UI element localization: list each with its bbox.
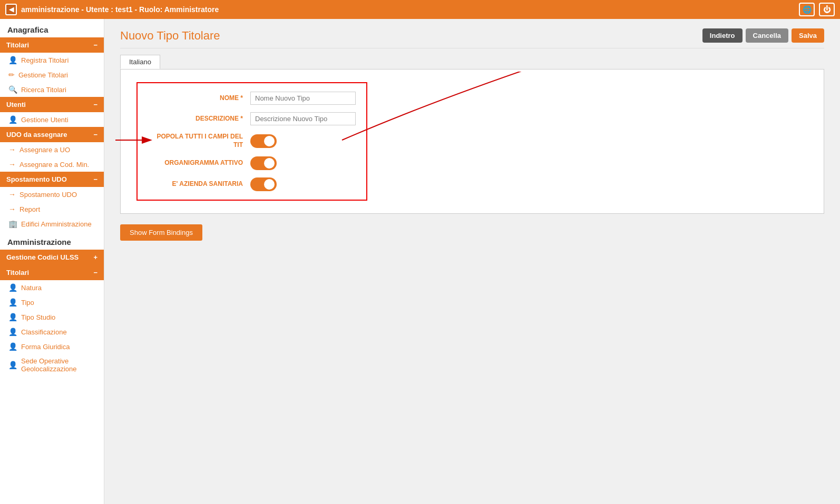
sidebar-item-label: Report xyxy=(19,205,40,213)
sidebar-item-label: Gestione Utenti xyxy=(21,116,69,124)
sidebar-item-classificazione[interactable]: 👤 Classificazione xyxy=(0,324,104,339)
sidebar-item-assegnare-cod-min[interactable]: → Assegnare a Cod. Min. xyxy=(0,157,104,172)
tab-strip: Italiano xyxy=(120,55,824,69)
sidebar-item-gestione-titolari[interactable]: ✏ Gestione Titolari xyxy=(0,67,104,82)
person-icon: 👤 xyxy=(8,342,17,351)
sidebar-group-titolari-bottom[interactable]: Titolari − xyxy=(0,265,104,280)
show-form-bindings-button[interactable]: Show Form Bindings xyxy=(120,224,202,241)
sidebar-group-gestione-toggle: + xyxy=(93,253,97,261)
sidebar-item-registra-titolari[interactable]: 👤 Registra Titolari xyxy=(0,53,104,67)
amministrazione-section-title: Amministrazione xyxy=(0,231,104,250)
arrow-right-icon: → xyxy=(8,190,16,199)
sidebar-item-label: Natura xyxy=(21,284,42,292)
form-row-nome: NOME * xyxy=(148,92,356,105)
organigramma-toggle[interactable] xyxy=(250,156,277,170)
sidebar-group-titolari-bottom-toggle: − xyxy=(93,269,97,276)
person-icon: 👤 xyxy=(8,328,17,336)
form-container: NOME * DESCRIZIONE * POPOLA TUTTI I CAMP… xyxy=(120,69,824,214)
sidebar-item-gestione-utenti[interactable]: 👤 Gestione Utenti xyxy=(0,112,104,127)
main-header: Nuovo Tipo Titolare Indietro Cancella Sa… xyxy=(104,19,840,48)
form-inner: NOME * DESCRIZIONE * POPOLA TUTTI I CAMP… xyxy=(136,82,808,201)
top-bar: ◀ amministrazione - Utente : test1 - Ruo… xyxy=(0,0,840,19)
person-icon: 👤 xyxy=(8,298,17,307)
sidebar-item-spostamento-udo[interactable]: → Spostamento UDO xyxy=(0,187,104,202)
globe-icon[interactable]: 🌐 xyxy=(799,3,815,16)
nome-input[interactable] xyxy=(250,92,356,105)
app-title: amministrazione - Utente : test1 - Ruolo… xyxy=(21,5,219,14)
sidebar-item-label: Classificazione xyxy=(21,328,67,336)
sidebar-group-udo-assegnare[interactable]: UDO da assegnare − xyxy=(0,127,104,142)
sidebar-group-spostamento-label: Spostamento UDO xyxy=(6,175,67,183)
form-row-organigramma: ORGANIGRAMMA ATTIVO xyxy=(148,156,356,170)
sidebar-item-edifici[interactable]: 🏢 Edifici Amministrazione xyxy=(0,216,104,231)
arrow-right-icon: → xyxy=(8,145,16,154)
sidebar-item-label: Registra Titolari xyxy=(21,56,69,64)
layout: Anagrafica Titolari − 👤 Registra Titolar… xyxy=(0,19,840,504)
sidebar-group-udo-toggle: − xyxy=(93,131,97,139)
sidebar-group-titolari-top-toggle: − xyxy=(93,41,97,49)
descrizione-input[interactable] xyxy=(250,112,356,125)
azienda-label: E' AZIENDA SANITARIA xyxy=(148,180,243,189)
header-buttons: Indietro Cancella Salva xyxy=(702,28,824,43)
sidebar-item-label: Gestione Titolari xyxy=(18,71,68,79)
main-content: Nuovo Tipo Titolare Indietro Cancella Sa… xyxy=(104,19,840,504)
person-icon: 👤 xyxy=(8,313,17,321)
person-icon: 👤 xyxy=(8,283,17,292)
sidebar-item-label: Edifici Amministrazione xyxy=(21,220,92,228)
tab-area: Italiano NOME * D xyxy=(120,48,824,214)
person-icon: 👤 xyxy=(8,56,17,64)
arrow-right-icon: → xyxy=(8,160,16,169)
sidebar-group-utenti-label: Utenti xyxy=(6,101,26,108)
sidebar-item-sede-operative[interactable]: 👤 Sede Operative Geolocalizzazione xyxy=(0,354,104,376)
sidebar-item-tipo[interactable]: 👤 Tipo xyxy=(0,295,104,310)
cancel-button[interactable]: Cancella xyxy=(746,28,788,43)
popola-toggle[interactable] xyxy=(250,134,277,148)
popola-slider xyxy=(250,134,277,148)
form-row-azienda: E' AZIENDA SANITARIA xyxy=(148,177,356,191)
power-icon[interactable]: ⏻ xyxy=(819,3,835,16)
sidebar-group-titolari-top[interactable]: Titolari − xyxy=(0,37,104,53)
back-arrow-icon[interactable]: ◀ xyxy=(5,4,17,15)
sidebar-item-tipo-studio[interactable]: 👤 Tipo Studio xyxy=(0,310,104,324)
azienda-toggle[interactable] xyxy=(250,177,277,191)
sidebar-group-titolari-top-label: Titolari xyxy=(6,41,29,49)
tab-italiano[interactable]: Italiano xyxy=(120,55,160,69)
person-icon: 👤 xyxy=(8,361,17,369)
page-title: Nuovo Tipo Titolare xyxy=(120,29,220,43)
back-button[interactable]: Indietro xyxy=(702,28,743,43)
sidebar-item-report[interactable]: → Report xyxy=(0,202,104,216)
sidebar-item-ricerca-titolari[interactable]: 🔍 Ricerca Titolari xyxy=(0,82,104,97)
sidebar-group-udo-label: UDO da assegnare xyxy=(6,131,67,139)
sidebar-group-spostamento[interactable]: Spostamento UDO − xyxy=(0,172,104,187)
sidebar-item-label: Ricerca Titolari xyxy=(21,86,66,94)
sidebar-group-utenti[interactable]: Utenti − xyxy=(0,97,104,112)
form-row-popola: POPOLA TUTTI I CAMPI DEL TIT xyxy=(148,133,356,149)
top-bar-right: 🌐 ⏻ xyxy=(799,3,835,16)
organigramma-label: ORGANIGRAMMA ATTIVO xyxy=(148,159,243,167)
sidebar-item-label: Forma Giuridica xyxy=(21,343,70,351)
sidebar-item-assegnare-uo[interactable]: → Assegnare a UO xyxy=(0,142,104,157)
form-row-descrizione: DESCRIZIONE * xyxy=(148,112,356,125)
sidebar-group-gestione-label: Gestione Codici ULSS xyxy=(6,253,79,261)
sidebar-item-forma-giuridica[interactable]: 👤 Forma Giuridica xyxy=(0,339,104,354)
nome-label: NOME * xyxy=(148,94,243,103)
sidebar-group-utenti-toggle: − xyxy=(93,101,97,108)
sidebar-item-label: Assegnare a UO xyxy=(19,146,70,154)
sidebar: Anagrafica Titolari − 👤 Registra Titolar… xyxy=(0,19,104,504)
form-box: NOME * DESCRIZIONE * POPOLA TUTTI I CAMP… xyxy=(136,82,367,201)
top-bar-left: ◀ amministrazione - Utente : test1 - Ruo… xyxy=(5,4,799,15)
arrow-right-icon: → xyxy=(8,205,16,213)
edit-icon: ✏ xyxy=(8,71,15,79)
sidebar-group-titolari-bottom-label: Titolari xyxy=(6,269,29,276)
sidebar-item-label: Tipo Studio xyxy=(21,313,55,321)
sidebar-item-label: Spostamento UDO xyxy=(19,191,77,199)
sidebar-item-label: Tipo xyxy=(21,299,34,307)
azienda-slider xyxy=(250,177,277,191)
popola-label: POPOLA TUTTI I CAMPI DEL TIT xyxy=(148,133,243,149)
save-button[interactable]: Salva xyxy=(792,28,824,43)
sidebar-item-label: Assegnare a Cod. Min. xyxy=(19,161,89,169)
sidebar-item-natura[interactable]: 👤 Natura xyxy=(0,280,104,295)
building-icon: 🏢 xyxy=(8,220,17,228)
sidebar-group-gestione-codici[interactable]: Gestione Codici ULSS + xyxy=(0,250,104,265)
sidebar-item-label: Sede Operative Geolocalizzazione xyxy=(21,357,97,373)
